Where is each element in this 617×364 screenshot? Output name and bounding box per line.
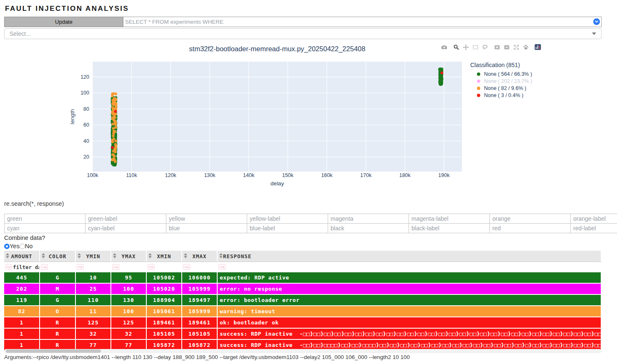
table-row[interactable]: 1R125125189461189461ok: bootloader ok [4, 317, 602, 329]
arguments-line: Arguments:--rpico /dev/tty.usbmodem1401 … [4, 354, 410, 360]
table-cell: error: no response [218, 284, 602, 294]
sort-icon[interactable] [219, 253, 223, 258]
update-button[interactable]: Update [4, 17, 123, 27]
scrollbar-thumb[interactable] [6, 349, 101, 353]
filter-input-orange-label[interactable] [570, 214, 617, 224]
filter-input-red-label[interactable] [570, 223, 617, 233]
column-filter-cell[interactable]: Aa [182, 262, 218, 272]
sort-icon[interactable] [184, 253, 187, 258]
table-cell: 188904 [147, 295, 182, 305]
sort-icon[interactable] [6, 253, 9, 258]
column-header-ymin[interactable]: YMIN [76, 251, 111, 262]
svg-text:130k: 130k [204, 172, 216, 178]
legend-marker-icon [477, 72, 480, 76]
legend-item-label: None ( 82 / 9.6% ) [484, 85, 526, 91]
svg-text:120k: 120k [165, 172, 177, 178]
column-header-amount[interactable]: AMOUNT [4, 251, 40, 262]
svg-text:40: 40 [83, 138, 89, 144]
filter-input-orange[interactable] [489, 214, 571, 224]
sort-icon[interactable] [113, 253, 116, 258]
column-filter-cell[interactable]: Aa [111, 262, 147, 272]
legend-item[interactable]: None ( 564 / 66.3% ) [470, 70, 532, 77]
match-case-icon[interactable]: Aa [148, 264, 155, 270]
legend-item[interactable]: None ( 3 / 0.4% ) [470, 92, 532, 99]
match-case-icon[interactable]: Aa [5, 264, 12, 270]
table-cell: 202 [4, 284, 40, 294]
table-cell: M [40, 284, 76, 294]
radio-no[interactable] [20, 244, 25, 249]
legend-item[interactable]: None ( 82 / 9.6% ) [470, 85, 532, 92]
match-case-icon[interactable]: Aa [218, 264, 226, 270]
column-header-xmax[interactable]: XMAX [182, 251, 218, 262]
filter-input-yellow[interactable] [166, 214, 247, 224]
match-case-icon[interactable]: Aa [41, 264, 48, 270]
filter-input-cyan-label[interactable] [85, 223, 166, 233]
filter-input-black[interactable] [328, 223, 409, 233]
legend-item[interactable]: None ( 202 / 23.7% ) [470, 77, 532, 85]
radio-yes[interactable] [4, 244, 10, 249]
table-row[interactable]: 202M25100105020105999error: no response [4, 284, 602, 295]
table-row[interactable]: 1R3232105105105105success: RDP inactive … [4, 329, 602, 340]
sort-icon[interactable] [78, 253, 81, 258]
column-label: YMIN [76, 253, 110, 259]
experiment-select[interactable]: Select... [4, 28, 602, 39]
filter-input-red[interactable] [489, 223, 571, 233]
svg-text:160k: 160k [321, 172, 333, 178]
table-row[interactable]: 445G1095105002106000expected: RDP active [4, 272, 602, 284]
regex-label: re.search(*, response) [4, 200, 64, 207]
radio-yes-label: Yes [10, 243, 20, 249]
table-cell: 11 [76, 306, 111, 317]
sql-query-input[interactable] [123, 17, 602, 27]
table-filter-row: Aafilter dataAaAaAaAaAaAa [4, 262, 602, 272]
table-cell: 125 [111, 317, 147, 328]
column-label: YMAX [111, 253, 146, 259]
combine-radio-group: YesNo [4, 243, 33, 249]
filter-input-black-label[interactable] [409, 223, 490, 233]
table-row[interactable]: 119G110130188904189497error: bootloader … [4, 295, 602, 306]
filter-input-cyan[interactable] [4, 223, 85, 233]
column-header-xmin[interactable]: XMIN [147, 251, 182, 262]
table-cell: 25 [76, 284, 111, 294]
column-filter-cell[interactable]: Aa [40, 262, 76, 272]
svg-text:110k: 110k [126, 172, 138, 178]
filter-input-magenta[interactable] [328, 214, 409, 224]
table-cell: 82 [4, 306, 40, 317]
column-filter-cell[interactable]: Aafilter data [4, 262, 40, 272]
filter-input-green-label[interactable] [85, 214, 166, 224]
horizontal-scrollbar[interactable] [4, 349, 602, 353]
column-filter-cell[interactable]: Aa [218, 262, 602, 272]
match-case-icon[interactable]: Aa [112, 264, 119, 270]
table-cell: 95 [111, 272, 147, 283]
filter-input-blue-label[interactable] [247, 223, 328, 233]
legend-marker-icon [477, 94, 480, 97]
table-cell: 125 [76, 317, 111, 328]
table-cell: 1 [4, 317, 40, 328]
sql-dropdown-button[interactable] [593, 18, 600, 25]
match-case-icon[interactable]: Aa [183, 264, 190, 270]
sort-icon[interactable] [148, 253, 152, 258]
column-header-ymax[interactable]: YMAX [111, 251, 147, 262]
filter-input-green[interactable] [4, 214, 85, 224]
table-cell: 100 [111, 284, 147, 294]
svg-text:120: 120 [80, 74, 89, 80]
results-table: AMOUNTCOLORYMINYMAXXMINXMAXRESPONSE Aafi… [4, 251, 602, 351]
table-row[interactable]: 82O11100105061105999warning: timeout [4, 306, 602, 317]
column-filter-cell[interactable]: Aa [76, 262, 111, 272]
table-cell: expected: RDP active [218, 272, 602, 283]
filter-input-yellow-label[interactable] [247, 214, 328, 224]
plot-section: stm32f2-bootloader-memread-mux.py_202504… [0, 42, 617, 194]
sort-icon[interactable] [42, 253, 45, 258]
chevron-down-icon [594, 20, 599, 24]
legend-items: None ( 564 / 66.3% )None ( 202 / 23.7% )… [470, 70, 532, 99]
svg-text:140k: 140k [243, 172, 255, 178]
page-title: FAULT INJECTION ANALYSIS [5, 5, 129, 13]
column-header-response[interactable]: RESPONSE [218, 251, 602, 262]
table-cell: 119 [4, 295, 40, 305]
filter-input-blue[interactable] [166, 223, 247, 233]
column-header-color[interactable]: COLOR [40, 251, 76, 262]
column-filter-cell[interactable]: Aa [147, 262, 182, 272]
match-case-icon[interactable]: Aa [77, 264, 84, 270]
filter-input-magenta-label[interactable] [409, 214, 490, 224]
table-cell: 189461 [182, 317, 218, 328]
column-label: AMOUNT [4, 253, 39, 259]
